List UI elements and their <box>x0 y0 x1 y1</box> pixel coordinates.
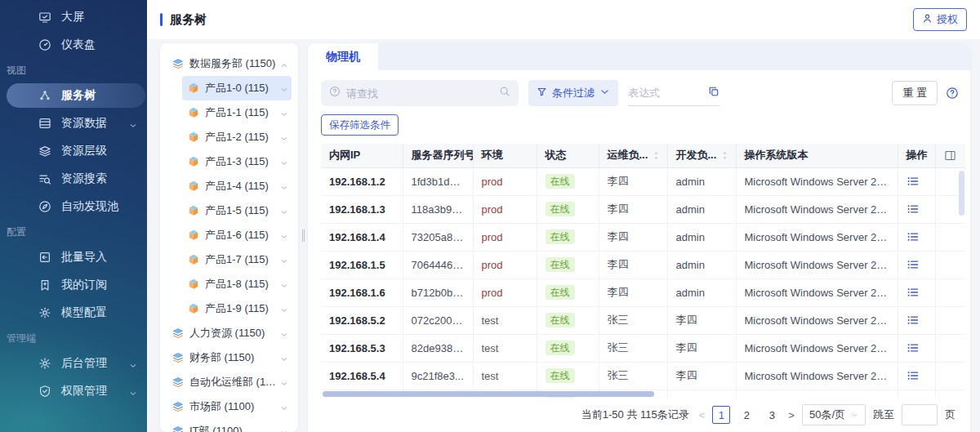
save-filter-button[interactable]: 保存筛选条件 <box>321 114 399 136</box>
condition-filter-dropdown[interactable]: 条件过滤 <box>528 80 618 106</box>
jump-to-page-input[interactable] <box>902 404 938 425</box>
sidebar-item-dashboard-gauge[interactable]: 仪表盘 <box>0 31 147 59</box>
sidebar-item-service-tree[interactable]: 服务树 <box>0 82 147 109</box>
main-content: 服务树 授权 数据服务部 (1150)产品1-0 (115)产品1-1 (115… <box>147 0 980 432</box>
pagination-next-button[interactable]: > <box>788 409 795 421</box>
horizontal-scrollbar[interactable] <box>323 391 654 397</box>
row-actions-icon[interactable] <box>906 341 920 354</box>
status-badge: 在线 <box>546 229 575 244</box>
tree-node[interactable]: 产品1-7 (115) <box>182 247 292 272</box>
search-icon[interactable] <box>499 86 510 100</box>
tree-node[interactable]: 财务部 (1150) <box>167 345 292 370</box>
tree-node[interactable]: 产品1-1 (115) <box>182 100 292 125</box>
physical-machine-table: 内网IP服务器序列号环境状态运维负...开发负...操作系统版本操作192.16… <box>321 144 965 398</box>
copy-icon[interactable] <box>708 86 719 100</box>
expression-input[interactable] <box>628 87 703 99</box>
cell-os-version: Microsoft Windows Server 2019 Stan... <box>736 195 898 223</box>
sidebar-item-auto-discover[interactable]: 自动发现池 <box>0 193 147 220</box>
tree-node[interactable]: 市场部 (1100) <box>167 394 292 419</box>
tree-node[interactable]: 产品1-4 (115) <box>182 174 292 198</box>
chevron-down-icon[interactable] <box>280 182 288 190</box>
expression-input-wrap <box>628 80 719 106</box>
tree-node[interactable]: 产品1-9 (115) <box>182 296 292 321</box>
reset-button[interactable]: 重 置 <box>892 81 938 105</box>
tree-node[interactable]: 数据服务部 (1150) <box>167 51 292 76</box>
env-value: prod <box>482 259 503 271</box>
row-actions-icon[interactable] <box>906 314 920 327</box>
sidebar-item-big-screen[interactable]: 大屏 <box>0 3 147 31</box>
chevron-down-icon[interactable] <box>280 109 288 117</box>
row-actions-icon[interactable] <box>906 286 920 299</box>
tree-node[interactable]: 自动化运维部 (1150) <box>167 370 292 394</box>
chevron-down-icon[interactable] <box>280 329 288 337</box>
sort-icon[interactable] <box>652 150 661 161</box>
tree-node[interactable]: 产品1-3 (115) <box>182 149 292 174</box>
product-icon <box>187 278 200 291</box>
sidebar-item-label: 大屏 <box>61 10 84 24</box>
help-question-circle-icon[interactable] <box>946 87 959 100</box>
sidebar-item-shield-check[interactable]: 权限管理 <box>0 377 147 405</box>
tree-node[interactable]: 产品1-2 (115) <box>182 125 292 149</box>
tree-node[interactable]: IT部 (1100) <box>167 419 292 432</box>
cell-actions <box>898 334 935 362</box>
tree-node[interactable]: 人力资源 (1150) <box>167 321 292 345</box>
product-icon <box>187 106 200 119</box>
sidebar-item-subscription[interactable]: 我的订阅 <box>0 271 147 299</box>
chevron-down-icon[interactable] <box>280 427 288 432</box>
sidebar-item-model-config[interactable]: 模型配置 <box>0 299 147 327</box>
page-size-select[interactable]: 50条/页 <box>802 404 866 425</box>
pagination-page-1[interactable]: 1 <box>712 406 730 424</box>
chevron-up-icon[interactable] <box>280 60 288 68</box>
pagination-prev-button[interactable]: < <box>699 409 706 421</box>
tree-node[interactable]: 产品1-6 (115) <box>182 223 292 247</box>
row-actions-icon[interactable] <box>906 175 920 188</box>
chevron-down-icon[interactable] <box>280 207 288 215</box>
sidebar-item-label: 后台管理 <box>61 356 107 371</box>
panel-resize-handle[interactable] <box>298 39 308 432</box>
sidebar-item-gear[interactable]: 后台管理 <box>0 350 147 377</box>
chevron-down-icon[interactable] <box>280 280 288 288</box>
cell-status: 在线 <box>537 195 599 223</box>
sidebar-item-batch-import[interactable]: 批量导入 <box>0 243 147 271</box>
chevron-down-icon[interactable] <box>280 305 288 313</box>
cell-ops-owner: 李四 <box>599 251 667 278</box>
row-actions-icon[interactable] <box>906 369 920 382</box>
tab-physical-machine[interactable]: 物理机 <box>308 43 378 70</box>
chevron-down-icon[interactable] <box>280 133 288 141</box>
column-header-label: 状态 <box>546 148 567 163</box>
pagination-page-3[interactable]: 3 <box>763 406 781 424</box>
tree-node[interactable]: 产品1-5 (115) <box>182 198 292 223</box>
sidebar-item-resource-data[interactable]: 资源数据 <box>0 109 147 137</box>
row-actions-icon[interactable] <box>906 397 920 398</box>
column-header[interactable]: 开发负... <box>667 144 736 167</box>
row-actions-icon[interactable] <box>906 203 920 216</box>
cell-environment: prod <box>473 223 537 251</box>
cell-intranet-ip: 192.168.1.6 <box>321 278 403 306</box>
sidebar: 大屏仪表盘视图服务树资源数据资源层级资源搜索自动发现池配置批量导入我的订阅模型配… <box>0 0 147 432</box>
tree-node[interactable]: 产品1-0 (115) <box>182 76 292 100</box>
cell-environment: test <box>473 306 537 334</box>
app-root: 大屏仪表盘视图服务树资源数据资源层级资源搜索自动发现池配置批量导入我的订阅模型配… <box>0 0 980 432</box>
vertical-scrollbar[interactable] <box>959 171 964 216</box>
chevron-down-icon[interactable] <box>280 256 288 264</box>
chevron-down-icon[interactable] <box>280 378 288 386</box>
column-settings-icon[interactable] <box>944 149 956 162</box>
cell-empty <box>935 390 965 398</box>
column-header[interactable]: 运维负... <box>599 144 667 167</box>
column-header[interactable] <box>935 144 965 167</box>
authorize-button[interactable]: 授权 <box>913 8 967 31</box>
sidebar-item-resource-layers[interactable]: 资源层级 <box>0 137 147 165</box>
sidebar-item-resource-search[interactable]: 资源搜索 <box>0 165 147 193</box>
sort-icon[interactable] <box>720 150 729 161</box>
chevron-down-icon[interactable] <box>280 231 288 239</box>
chevron-down-icon[interactable] <box>280 403 288 411</box>
chevron-down-icon[interactable] <box>280 354 288 362</box>
row-actions-icon[interactable] <box>906 230 920 243</box>
tree-node[interactable]: 产品1-8 (115) <box>182 272 292 296</box>
search-input[interactable] <box>346 87 493 100</box>
chevron-down-icon[interactable] <box>280 158 288 166</box>
env-value: prod <box>482 203 503 216</box>
chevron-down-icon[interactable] <box>280 84 288 92</box>
row-actions-icon[interactable] <box>906 258 920 271</box>
pagination-page-2[interactable]: 2 <box>737 406 755 424</box>
